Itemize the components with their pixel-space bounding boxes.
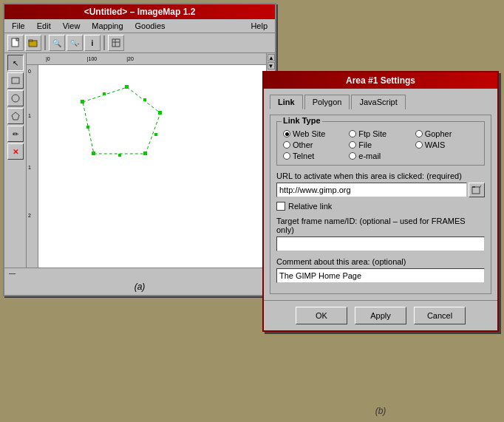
toolbar-sep-2 [103,35,105,50]
radio-email[interactable]: e-mail [349,152,412,160]
toolbar-grid[interactable] [108,35,124,51]
svg-rect-12 [158,111,162,115]
toolbar-new-btn[interactable] [7,35,24,51]
radio-gopher[interactable]: Gopher [415,129,478,138]
label-a: (a) [4,279,275,295]
radio-email-indicator [349,152,356,160]
url-browse-btn[interactable] [469,183,485,197]
area-settings-dialog: Area #1 Settings Link Polygon JavaScript… [262,71,499,332]
svg-rect-20 [472,187,480,194]
tool-select[interactable]: ↖ [7,55,24,71]
toolbar-sep-1 [44,35,46,50]
toolbar-info[interactable]: i [84,35,101,51]
menu-bar: File Edit View Mapping Goodies Help [4,19,275,33]
apply-button[interactable]: Apply [355,307,406,324]
toolbar-zoom-in[interactable]: 🔍 [49,35,65,51]
radio-ftp-indicator [349,130,356,137]
dialog-body: Link Polygon JavaScript Link Type Web Si… [264,89,497,300]
toolbar-zoom-out[interactable]: 🔍- [67,35,83,51]
svg-rect-1 [16,38,18,41]
toolbar: 🔍 🔍- i [4,33,275,53]
canvas-area: ↖ ✏ ✕ |0 |100 |20 0 1 1 2 [4,53,275,268]
radio-ftp-site[interactable]: Ftp Site [349,129,412,138]
comment-input[interactable] [276,268,485,283]
radio-wais[interactable]: WAIS [415,140,478,149]
tab-javascript[interactable]: JavaScript [351,95,405,109]
svg-rect-7 [12,78,19,84]
radio-telnet-indicator [283,152,290,160]
link-type-group: Link Type Web Site Ftp Site Gopher [276,121,485,166]
tool-circle[interactable] [7,90,24,106]
tab-link[interactable]: Link [270,95,303,109]
status-text: — [9,270,16,277]
svg-rect-18 [118,154,121,157]
radio-web-site[interactable]: Web Site [283,129,346,138]
svg-rect-16 [143,98,146,101]
url-input[interactable] [276,183,467,197]
comment-input-row [276,268,485,283]
svg-rect-10 [81,100,84,103]
radio-telnet[interactable]: Telnet [283,152,346,160]
menu-view[interactable]: View [60,21,84,31]
svg-point-8 [12,95,19,102]
left-tools: ↖ ✏ ✕ [4,53,27,268]
radio-file[interactable]: File [349,140,412,149]
radio-file-indicator [349,141,356,149]
svg-rect-13 [143,152,147,155]
menu-mapping[interactable]: Mapping [89,21,126,31]
toolbar-open-btn[interactable] [25,35,41,51]
menu-edit[interactable]: Edit [34,21,54,31]
ruler-left: 0 1 1 2 [27,65,38,268]
radio-wais-indicator [415,141,423,149]
main-window: <Untitled> – ImageMap 1.2 File Edit View… [3,3,276,296]
canvas[interactable] [38,65,275,268]
menu-help[interactable]: Help [248,21,270,31]
canvas-wrapper: |0 |100 |20 0 1 1 2 [27,53,275,268]
svg-rect-17 [154,133,157,136]
url-input-row [276,183,485,197]
tool-delete[interactable]: ✕ [7,143,24,160]
target-input-row [276,236,485,251]
svg-rect-19 [86,126,89,129]
dialog-title: Area #1 Settings [264,72,497,89]
svg-rect-15 [103,92,106,95]
svg-rect-21 [472,186,475,188]
svg-rect-3 [29,40,33,41]
relative-link-row[interactable]: Relative link [276,202,485,211]
comment-label: Comment about this area: (optional) [276,257,485,266]
tab-polygon[interactable]: Polygon [304,95,350,109]
svg-rect-14 [92,152,95,155]
main-title-bar: <Untitled> – ImageMap 1.2 [4,4,275,19]
svg-rect-4 [112,39,120,47]
status-bar: — [4,268,275,279]
link-type-label: Link Type [282,116,322,125]
target-label: Target frame name/ID: (optional – used f… [276,217,485,234]
tool-pencil[interactable]: ✏ [7,126,24,142]
ok-button[interactable]: OK [296,307,347,324]
cancel-button[interactable]: Cancel [414,307,466,324]
target-input[interactable] [276,236,485,251]
dialog-buttons: OK Apply Cancel [264,300,497,330]
tool-rect[interactable] [7,72,24,89]
menu-goodies[interactable]: Goodies [132,21,168,31]
svg-marker-9 [12,112,19,120]
radio-other[interactable]: Other [283,140,346,149]
tab-bar: Link Polygon JavaScript [270,95,491,109]
svg-rect-11 [125,85,129,89]
radio-web-site-indicator [283,130,290,137]
radio-other-indicator [283,141,290,149]
ruler-top: |0 |100 |20 [27,53,275,65]
relative-link-label: Relative link [288,202,332,211]
menu-file[interactable]: File [9,21,28,31]
label-b: (b) [262,403,499,419]
relative-link-checkbox[interactable] [276,202,285,211]
tab-link-content: Link Type Web Site Ftp Site Gopher [270,115,491,294]
tool-polygon[interactable] [7,108,24,124]
radio-gopher-indicator [415,130,423,137]
url-label: URL to activate when this area is clicke… [276,171,485,180]
main-window-title: <Untitled> – ImageMap 1.2 [84,7,196,17]
link-type-options: Web Site Ftp Site Gopher Other [283,129,478,160]
